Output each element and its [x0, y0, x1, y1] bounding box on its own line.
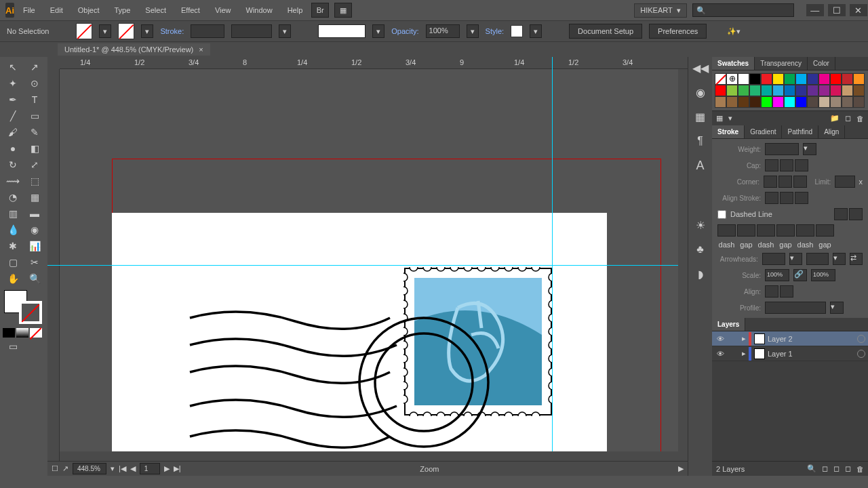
stroke-tab[interactable]: Stroke — [712, 125, 745, 138]
expand-icon[interactable]: ▸ — [742, 349, 746, 358]
layer-row[interactable]: 👁 ▸ Layer 2 — [712, 331, 868, 346]
swatch[interactable] — [772, 73, 784, 85]
swatch[interactable] — [761, 73, 772, 85]
target-icon[interactable] — [857, 350, 865, 358]
none-mode[interactable] — [30, 328, 42, 338]
weight-dropdown[interactable]: ▾ — [803, 143, 816, 155]
dash-2[interactable] — [757, 224, 775, 237]
swatch[interactable] — [761, 96, 772, 108]
selection-tool[interactable]: ↖ — [3, 60, 23, 75]
align-panel-icon[interactable]: ▦ — [692, 108, 709, 125]
align-tab[interactable]: Align — [818, 125, 845, 138]
export-icon[interactable]: ↗ — [62, 464, 68, 473]
brush-tool[interactable]: 🖌 — [3, 125, 23, 140]
document-setup-button[interactable]: Document Setup — [569, 24, 642, 39]
swatch[interactable] — [830, 85, 842, 96]
pathfinder-tab[interactable]: Pathfind — [782, 125, 818, 138]
type-tool[interactable]: T — [24, 92, 45, 107]
free-transform-tool[interactable]: ⬚ — [24, 174, 45, 188]
brushes-icon[interactable]: ◗ — [692, 266, 709, 282]
fill-stroke-indicator[interactable] — [3, 290, 43, 324]
clipping-mask-icon[interactable]: ◻ — [822, 464, 828, 473]
gradient-tool[interactable]: ▬ — [24, 206, 45, 221]
limit-input[interactable] — [835, 176, 854, 188]
color-mode[interactable] — [3, 328, 15, 338]
eyedropper-tool[interactable]: 💧 — [3, 222, 23, 237]
menu-type[interactable]: Type — [108, 3, 137, 18]
swatch[interactable] — [784, 73, 795, 85]
swatches-grid[interactable]: ⊕ — [712, 70, 868, 110]
dash-1[interactable] — [717, 224, 736, 237]
appearance-icon[interactable]: ☀ — [692, 217, 709, 233]
gap-2[interactable] — [776, 224, 795, 237]
blob-brush-tool[interactable]: ● — [3, 141, 23, 156]
arrow-start[interactable] — [762, 253, 785, 265]
slice-tool[interactable]: ✂ — [24, 255, 45, 270]
swatch[interactable] — [738, 85, 749, 96]
pencil-tool[interactable]: ✎ — [24, 125, 45, 140]
zoom-tool[interactable]: 🔍 — [24, 271, 45, 286]
first-page[interactable]: |◀ — [119, 464, 126, 473]
close-tab-icon[interactable]: × — [199, 45, 203, 54]
align-outside[interactable] — [795, 192, 808, 204]
pen-tool[interactable]: ✒ — [3, 92, 23, 107]
swatch[interactable] — [830, 73, 842, 85]
menu-effect[interactable]: Effect — [175, 3, 206, 18]
new-color-group-icon[interactable]: 📁 — [830, 114, 840, 123]
layers-tab[interactable]: Layers — [712, 318, 745, 331]
next-page[interactable]: ▶ — [164, 464, 170, 473]
vertical-ruler[interactable] — [47, 69, 60, 476]
visibility-icon[interactable]: 👁 — [715, 335, 726, 343]
eraser-tool[interactable]: ◧ — [24, 141, 45, 156]
swatch[interactable] — [853, 73, 865, 85]
maximize-button[interactable]: ☐ — [828, 4, 846, 16]
horizontal-guide[interactable] — [47, 265, 688, 266]
cap-butt[interactable] — [765, 159, 778, 171]
zoom-field[interactable]: 448.5% — [73, 463, 106, 474]
workspace-dropdown[interactable]: HIKEART▾ — [634, 3, 686, 18]
stroke-style-dropdown[interactable] — [231, 24, 272, 38]
color-guide-icon[interactable]: ◉ — [692, 84, 709, 100]
vertical-scrollbar[interactable] — [678, 69, 688, 461]
target-icon[interactable] — [857, 335, 865, 343]
opacity-input[interactable]: 100% — [426, 24, 460, 38]
menu-edit[interactable]: Edit — [44, 3, 69, 18]
stroke-style-arrow[interactable]: ▾ — [279, 24, 291, 38]
width-tool[interactable]: ⟿ — [3, 174, 23, 188]
swatch-registration[interactable]: ⊕ — [726, 73, 738, 85]
brush-dropdown[interactable]: ▾ — [372, 24, 384, 38]
graphic-style-swatch[interactable] — [511, 25, 523, 37]
horizontal-scrollbar[interactable] — [60, 451, 678, 461]
corner-bevel[interactable] — [793, 176, 807, 188]
swatch[interactable] — [842, 96, 853, 108]
color-tab[interactable]: Color — [808, 57, 835, 70]
brush-preview[interactable] — [318, 24, 366, 38]
new-sublayer-icon[interactable]: ◻ — [833, 464, 840, 473]
menu-file[interactable]: File — [17, 3, 41, 18]
new-layer-icon[interactable]: ◻ — [845, 464, 851, 473]
prev-page[interactable]: ◀ — [130, 464, 136, 473]
locate-object-icon[interactable]: 🔍 — [807, 464, 816, 473]
dash-preserve[interactable] — [834, 208, 848, 220]
scale-tool[interactable]: ⤢ — [24, 157, 45, 172]
profile-dropdown[interactable] — [765, 302, 826, 314]
bridge-button[interactable]: Br — [311, 3, 329, 18]
cap-square[interactable] — [795, 159, 808, 171]
last-page[interactable]: ▶| — [174, 464, 181, 473]
corner-round[interactable] — [778, 176, 792, 188]
dash-align[interactable] — [849, 208, 863, 220]
line-tool[interactable]: ╱ — [3, 108, 23, 123]
lasso-tool[interactable]: ⊙ — [24, 76, 45, 91]
screen-mode-tool[interactable]: ▭ — [3, 339, 23, 354]
cap-round[interactable] — [780, 159, 793, 171]
symbol-sprayer-tool[interactable]: ✱ — [3, 239, 23, 253]
swatch-none[interactable] — [715, 73, 726, 85]
hand-tool[interactable]: ✋ — [3, 271, 23, 286]
delete-swatch-icon[interactable]: 🗑 — [856, 115, 864, 123]
align-center[interactable] — [765, 192, 778, 204]
artboard-tool[interactable]: ▢ — [3, 255, 23, 270]
gradient-tab[interactable]: Gradient — [745, 125, 782, 138]
artboard[interactable] — [112, 213, 607, 476]
graph-tool[interactable]: 📊 — [24, 239, 45, 253]
dash-3[interactable] — [796, 224, 814, 237]
